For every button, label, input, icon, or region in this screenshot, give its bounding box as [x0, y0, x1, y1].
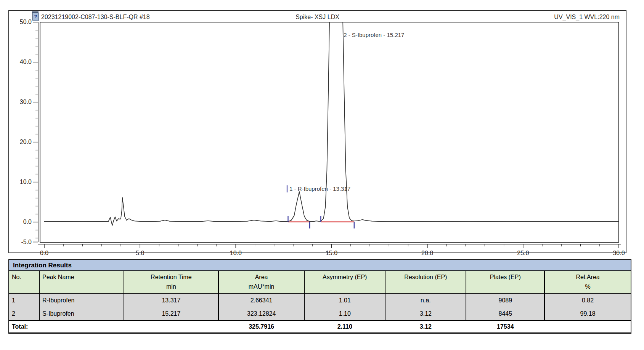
y-axis-tick-label: -5.0 — [21, 239, 32, 245]
peak-result-row: 1R-Ibuprofen13.3172.663411.01n.a.90890.8… — [9, 293, 631, 307]
peak-result-row: 2S-Ibuprofen15.217323.128241.103.1284459… — [9, 307, 631, 321]
result-cell: 0.82 — [544, 293, 631, 307]
total-cell — [544, 321, 631, 333]
y-axis-tick-label: 30.0 — [20, 99, 32, 105]
result-cell: 2.66341 — [218, 293, 304, 307]
result-cell: 15.217 — [124, 307, 218, 321]
column-header-area: AreamAU*min — [218, 271, 304, 293]
result-cell: 1.01 — [304, 293, 385, 307]
column-header-retention-time: Retention Timemin — [124, 271, 218, 293]
plot-frame — [40, 22, 619, 242]
peak-annotation-1: 1 - R-Ibuprofen - 13.317 — [289, 185, 350, 192]
total-cell: 2.110 — [304, 321, 385, 333]
x-axis-tick-label: 0.0 — [40, 250, 48, 256]
column-header-peak-name: Peak Name — [39, 271, 124, 293]
chromatogram-report-page: ? 20231219002-C087-130-S-BLF-QR #18 Spik… — [0, 0, 644, 350]
table-header-row: No.Peak NameRetention TimeminAreamAU*min… — [9, 271, 631, 293]
x-axis-tick-label: 20.0 — [421, 250, 433, 256]
result-cell: n.a. — [385, 293, 466, 307]
chromatogram-plot: 50.040.030.020.010.00.0-5.00.05.010.015.… — [9, 11, 626, 252]
total-cell: 17534 — [466, 321, 544, 333]
total-cell: 3.12 — [385, 321, 466, 333]
column-header-resolution: Resolution (EP) — [385, 271, 466, 293]
integration-results-panel: Integration Results No.Peak NameRetentio… — [8, 259, 631, 334]
result-cell: 1.10 — [304, 307, 385, 321]
x-axis-tick-label: 30.0 — [613, 250, 625, 256]
result-cell: 2 — [9, 307, 39, 321]
x-axis-tick-label: 25.0 — [517, 250, 529, 256]
result-cell: 8445 — [466, 307, 544, 321]
x-axis-tick-label: 10.0 — [230, 250, 242, 256]
total-row: Total:325.79162.1103.1217534 — [9, 321, 631, 333]
result-cell: R-Ibuprofen — [39, 293, 124, 307]
peak-annotation-2: 2 - S-Ibuprofen - 15.217 — [344, 32, 404, 38]
result-cell: 3.12 — [385, 307, 466, 321]
total-cell: Total: — [9, 321, 218, 333]
column-header-rel-area: Rel.Area% — [544, 271, 631, 293]
y-axis-tick-label: 0.0 — [23, 219, 32, 225]
result-cell: 13.317 — [124, 293, 218, 307]
y-axis-tick-label: 40.0 — [20, 59, 32, 65]
result-cell: 1 — [9, 293, 39, 307]
total-cell: 325.7916 — [218, 321, 304, 333]
chromatogram-panel: ? 20231219002-C087-130-S-BLF-QR #18 Spik… — [8, 10, 626, 253]
integration-results-table: No.Peak NameRetention TimeminAreamAU*min… — [8, 270, 631, 334]
column-header-plates: Plates (EP) — [466, 271, 544, 293]
result-cell: S-Ibuprofen — [39, 307, 124, 321]
x-axis-tick-label: 5.0 — [136, 250, 144, 256]
y-axis-tick-label: 20.0 — [20, 139, 32, 145]
column-header-no: No. — [9, 271, 39, 293]
chromatogram-trace — [44, 10, 619, 225]
result-cell: 323.12824 — [218, 307, 304, 321]
integration-results-title: Integration Results — [8, 259, 631, 270]
y-axis-tick-label: 10.0 — [20, 179, 32, 185]
y-axis-tick-label: 50.0 — [20, 19, 32, 25]
x-axis-tick-label: 15.0 — [326, 250, 337, 256]
result-cell: 99.18 — [544, 307, 631, 321]
column-header-asymmetry: Asymmetry (EP) — [304, 271, 385, 293]
result-cell: 9089 — [466, 293, 544, 307]
